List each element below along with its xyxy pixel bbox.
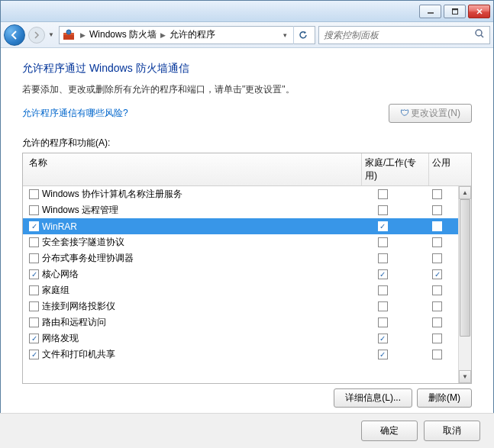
program-name: 路由和远程访问 (42, 316, 106, 329)
table-row[interactable]: Windows 协作计算机名称注册服务 (23, 186, 471, 202)
page-subtext: 若要添加、更改或删除所有允许的程序和端口，请单击"更改设置"。 (22, 83, 472, 96)
scroll-up-icon[interactable]: ▲ (459, 186, 471, 199)
enable-checkbox[interactable] (29, 317, 39, 327)
home-checkbox[interactable] (378, 205, 388, 215)
navbar: ▼ ▶ Windows 防火墙 ▶ 允许的程序 ▾ (1, 22, 493, 48)
program-name: 安全套接字隧道协议 (42, 236, 124, 249)
chevron-right-icon[interactable]: ▶ (78, 31, 88, 39)
program-name: 连接到网络投影仪 (42, 300, 115, 313)
public-checkbox[interactable] (432, 253, 442, 263)
program-name: WinRAR (42, 221, 77, 232)
enable-checkbox[interactable]: ✓ (29, 221, 39, 231)
table-row[interactable]: ✓网络发现✓ (23, 330, 471, 346)
history-dropdown-icon[interactable]: ▼ (48, 31, 56, 38)
back-button[interactable] (4, 24, 25, 46)
public-checkbox[interactable] (432, 237, 442, 247)
home-checkbox[interactable]: ✓ (378, 269, 388, 279)
dialog-footer: 确定 取消 (0, 413, 494, 448)
refresh-button[interactable] (293, 26, 312, 44)
cancel-button[interactable]: 取消 (424, 421, 480, 441)
breadcrumb-item[interactable]: Windows 防火墙 (89, 28, 157, 41)
forward-button (28, 27, 45, 44)
table-row[interactable]: ✓文件和打印机共享✓ (23, 346, 471, 363)
column-public[interactable]: 公用 (429, 153, 471, 185)
ok-button[interactable]: 确定 (361, 421, 418, 441)
search-icon[interactable] (474, 28, 485, 41)
public-checkbox[interactable] (432, 334, 442, 343)
titlebar (1, 1, 493, 22)
home-checkbox[interactable] (378, 317, 388, 327)
enable-checkbox[interactable]: ✓ (29, 334, 39, 343)
public-checkbox[interactable] (432, 285, 442, 295)
table-row[interactable]: Windows 远程管理 (23, 202, 471, 218)
minimize-button[interactable] (419, 5, 441, 18)
program-name: 分布式事务处理协调器 (42, 252, 134, 265)
public-checkbox[interactable] (432, 205, 442, 215)
scroll-down-icon[interactable]: ▼ (459, 370, 471, 383)
programs-list: 名称 家庭/工作(专用) 公用 Windows 协作计算机名称注册服务Windo… (22, 153, 472, 384)
home-checkbox[interactable]: ✓ (378, 334, 388, 343)
details-button[interactable]: 详细信息(L)... (334, 388, 412, 408)
program-name: 网络发现 (42, 332, 79, 345)
home-checkbox[interactable]: ✓ (378, 221, 388, 231)
window-buttons (419, 5, 490, 18)
list-body: Windows 协作计算机名称注册服务Windows 远程管理✓WinRAR✓安… (23, 186, 471, 383)
home-checkbox[interactable] (378, 253, 388, 263)
home-checkbox[interactable] (378, 237, 388, 247)
program-name: 文件和打印机共享 (42, 348, 115, 361)
search-input[interactable] (324, 30, 471, 40)
close-button[interactable] (468, 5, 490, 18)
enable-checkbox[interactable] (29, 189, 39, 199)
table-row[interactable]: 安全套接字隧道协议 (23, 234, 471, 250)
firewall-icon (63, 29, 75, 41)
column-home[interactable]: 家庭/工作(专用) (362, 153, 429, 185)
chevron-right-icon[interactable]: ▶ (158, 31, 168, 39)
maximize-button[interactable] (444, 5, 466, 18)
home-checkbox[interactable] (378, 285, 388, 295)
program-name: Windows 协作计算机名称注册服务 (42, 188, 182, 201)
remove-button[interactable]: 删除(M) (417, 388, 472, 408)
search-box[interactable] (318, 26, 490, 44)
page-title: 允许程序通过 Windows 防火墙通信 (22, 62, 472, 76)
content-area: 允许程序通过 Windows 防火墙通信 若要添加、更改或删除所有允许的程序和端… (1, 48, 493, 448)
list-header: 名称 家庭/工作(专用) 公用 (23, 153, 471, 186)
public-checkbox[interactable]: ✓ (432, 269, 442, 279)
table-row[interactable]: 家庭组 (23, 282, 471, 298)
enable-checkbox[interactable] (29, 285, 39, 295)
public-checkbox[interactable] (432, 221, 442, 231)
breadcrumb-item[interactable]: 允许的程序 (170, 28, 215, 41)
program-name: 核心网络 (42, 268, 79, 281)
enable-checkbox[interactable]: ✓ (29, 269, 39, 279)
column-name[interactable]: 名称 (23, 153, 362, 185)
svg-point-7 (66, 30, 71, 34)
address-bar[interactable]: ▶ Windows 防火墙 ▶ 允许的程序 ▾ (59, 26, 315, 44)
table-row[interactable]: 分布式事务处理协调器 (23, 250, 471, 266)
scroll-thumb[interactable] (460, 199, 470, 337)
enable-checkbox[interactable] (29, 301, 39, 311)
enable-checkbox[interactable] (29, 253, 39, 263)
breadcrumb-dropdown-icon[interactable]: ▾ (280, 31, 290, 39)
public-checkbox[interactable] (432, 301, 442, 311)
table-row[interactable]: ✓WinRAR✓ (23, 218, 471, 234)
home-checkbox[interactable] (378, 189, 388, 199)
table-row[interactable]: 连接到网络投影仪 (23, 298, 471, 314)
list-label: 允许的程序和功能(A): (22, 137, 472, 150)
svg-point-8 (476, 30, 482, 36)
enable-checkbox[interactable] (29, 237, 39, 247)
table-row[interactable]: ✓核心网络✓✓ (23, 266, 471, 282)
public-checkbox[interactable] (432, 317, 442, 327)
home-checkbox[interactable] (378, 301, 388, 311)
enable-checkbox[interactable]: ✓ (29, 350, 39, 359)
risk-link[interactable]: 允许程序通信有哪些风险? (22, 107, 128, 120)
public-checkbox[interactable] (432, 189, 442, 199)
enable-checkbox[interactable] (29, 205, 39, 215)
shield-icon: 🛡 (400, 108, 409, 118)
svg-line-9 (481, 35, 483, 37)
scrollbar[interactable]: ▲ ▼ (458, 186, 471, 383)
breadcrumb: ▶ Windows 防火墙 ▶ 允许的程序 (78, 28, 215, 41)
public-checkbox[interactable] (432, 350, 442, 359)
change-settings-button[interactable]: 🛡更改设置(N) (389, 104, 472, 123)
home-checkbox[interactable]: ✓ (378, 350, 388, 359)
program-name: Windows 远程管理 (42, 204, 118, 217)
table-row[interactable]: 路由和远程访问 (23, 314, 471, 330)
